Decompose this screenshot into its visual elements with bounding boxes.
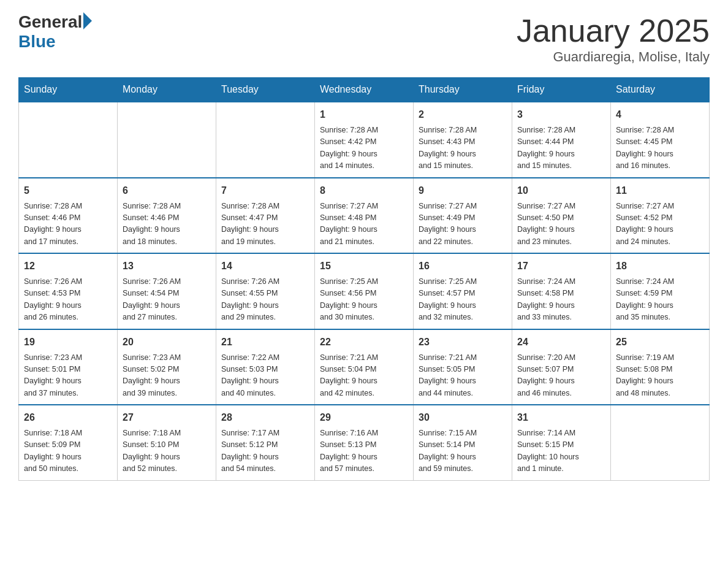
- day-number: 30: [419, 410, 507, 425]
- calendar-week-row: 12Sunrise: 7:26 AM Sunset: 4:53 PM Dayli…: [19, 253, 710, 329]
- calendar-cell: 19Sunrise: 7:23 AM Sunset: 5:01 PM Dayli…: [19, 329, 118, 405]
- day-number: 3: [517, 107, 605, 122]
- day-of-week-header: Thursday: [414, 78, 512, 102]
- calendar-cell: 23Sunrise: 7:21 AM Sunset: 5:05 PM Dayli…: [414, 329, 512, 405]
- day-number: 10: [517, 183, 605, 198]
- day-number: 26: [24, 410, 112, 425]
- day-number: 19: [24, 335, 112, 350]
- day-number: 8: [320, 183, 408, 198]
- calendar-cell: 21Sunrise: 7:22 AM Sunset: 5:03 PM Dayli…: [216, 329, 315, 405]
- calendar-week-row: 5Sunrise: 7:28 AM Sunset: 4:46 PM Daylig…: [19, 178, 710, 254]
- logo-blue-text: Blue: [18, 32, 56, 52]
- logo-general-text: General: [18, 12, 82, 32]
- calendar-cell: 25Sunrise: 7:19 AM Sunset: 5:08 PM Dayli…: [611, 329, 710, 405]
- calendar-cell: 17Sunrise: 7:24 AM Sunset: 4:58 PM Dayli…: [512, 253, 611, 329]
- day-info: Sunrise: 7:23 AM Sunset: 5:02 PM Dayligh…: [123, 352, 211, 400]
- day-number: 21: [221, 335, 309, 350]
- day-number: 14: [221, 259, 309, 274]
- day-info: Sunrise: 7:15 AM Sunset: 5:14 PM Dayligh…: [419, 427, 507, 475]
- calendar-cell: 13Sunrise: 7:26 AM Sunset: 4:54 PM Dayli…: [118, 253, 216, 329]
- day-number: 24: [517, 335, 605, 350]
- day-number: 27: [123, 410, 211, 425]
- day-info: Sunrise: 7:20 AM Sunset: 5:07 PM Dayligh…: [517, 352, 605, 400]
- calendar-cell: 2Sunrise: 7:28 AM Sunset: 4:43 PM Daylig…: [414, 102, 512, 178]
- calendar-cell: 27Sunrise: 7:18 AM Sunset: 5:10 PM Dayli…: [118, 405, 216, 480]
- calendar-cell: 26Sunrise: 7:18 AM Sunset: 5:09 PM Dayli…: [19, 405, 118, 480]
- day-info: Sunrise: 7:26 AM Sunset: 4:54 PM Dayligh…: [123, 276, 211, 324]
- calendar-cell: 12Sunrise: 7:26 AM Sunset: 4:53 PM Dayli…: [19, 253, 118, 329]
- calendar-cell: 30Sunrise: 7:15 AM Sunset: 5:14 PM Dayli…: [414, 405, 512, 480]
- day-number: 28: [221, 410, 309, 425]
- days-of-week-row: SundayMondayTuesdayWednesdayThursdayFrid…: [19, 78, 710, 102]
- day-of-week-header: Sunday: [19, 78, 118, 102]
- calendar-cell: 28Sunrise: 7:17 AM Sunset: 5:12 PM Dayli…: [216, 405, 315, 480]
- calendar-cell: 4Sunrise: 7:28 AM Sunset: 4:45 PM Daylig…: [611, 102, 710, 178]
- day-info: Sunrise: 7:22 AM Sunset: 5:03 PM Dayligh…: [221, 352, 309, 400]
- day-number: 16: [419, 259, 507, 274]
- day-of-week-header: Saturday: [611, 78, 710, 102]
- day-number: 31: [517, 410, 605, 425]
- day-info: Sunrise: 7:21 AM Sunset: 5:04 PM Dayligh…: [320, 352, 408, 400]
- day-of-week-header: Friday: [512, 78, 611, 102]
- day-number: 25: [616, 335, 704, 350]
- day-info: Sunrise: 7:17 AM Sunset: 5:12 PM Dayligh…: [221, 427, 309, 475]
- calendar-body: 1Sunrise: 7:28 AM Sunset: 4:42 PM Daylig…: [19, 102, 710, 480]
- day-number: 18: [616, 259, 704, 274]
- day-info: Sunrise: 7:24 AM Sunset: 4:59 PM Dayligh…: [616, 276, 704, 324]
- day-info: Sunrise: 7:23 AM Sunset: 5:01 PM Dayligh…: [24, 352, 112, 400]
- calendar-header: SundayMondayTuesdayWednesdayThursdayFrid…: [19, 78, 710, 102]
- day-number: 23: [419, 335, 507, 350]
- day-info: Sunrise: 7:28 AM Sunset: 4:44 PM Dayligh…: [517, 124, 605, 172]
- logo: General Blue: [18, 12, 92, 52]
- page-header: General Blue January 2025 Guardiaregia, …: [18, 12, 710, 65]
- title-section: January 2025 Guardiaregia, Molise, Italy: [517, 12, 710, 65]
- day-number: 17: [517, 259, 605, 274]
- day-info: Sunrise: 7:18 AM Sunset: 5:10 PM Dayligh…: [123, 427, 211, 475]
- calendar-cell: 3Sunrise: 7:28 AM Sunset: 4:44 PM Daylig…: [512, 102, 611, 178]
- calendar-cell: 31Sunrise: 7:14 AM Sunset: 5:15 PM Dayli…: [512, 405, 611, 480]
- day-of-week-header: Wednesday: [315, 78, 414, 102]
- calendar-cell: 11Sunrise: 7:27 AM Sunset: 4:52 PM Dayli…: [611, 178, 710, 254]
- day-info: Sunrise: 7:21 AM Sunset: 5:05 PM Dayligh…: [419, 352, 507, 400]
- day-info: Sunrise: 7:27 AM Sunset: 4:52 PM Dayligh…: [616, 201, 704, 248]
- calendar-cell: 29Sunrise: 7:16 AM Sunset: 5:13 PM Dayli…: [315, 405, 414, 480]
- day-info: Sunrise: 7:27 AM Sunset: 4:50 PM Dayligh…: [517, 201, 605, 248]
- day-info: Sunrise: 7:16 AM Sunset: 5:13 PM Dayligh…: [320, 427, 408, 475]
- day-number: 5: [24, 183, 112, 198]
- day-info: Sunrise: 7:25 AM Sunset: 4:57 PM Dayligh…: [419, 276, 507, 324]
- calendar-cell: [611, 405, 710, 480]
- day-info: Sunrise: 7:28 AM Sunset: 4:46 PM Dayligh…: [24, 201, 112, 248]
- day-of-week-header: Tuesday: [216, 78, 315, 102]
- location-label: Guardiaregia, Molise, Italy: [517, 49, 710, 65]
- day-info: Sunrise: 7:25 AM Sunset: 4:56 PM Dayligh…: [320, 276, 408, 324]
- day-number: 2: [419, 107, 507, 122]
- day-of-week-header: Monday: [118, 78, 216, 102]
- logo-arrow-icon: [83, 12, 92, 29]
- calendar-cell: [118, 102, 216, 178]
- day-info: Sunrise: 7:24 AM Sunset: 4:58 PM Dayligh…: [517, 276, 605, 324]
- calendar-cell: 6Sunrise: 7:28 AM Sunset: 4:46 PM Daylig…: [118, 178, 216, 254]
- day-number: 29: [320, 410, 408, 425]
- day-number: 11: [616, 183, 704, 198]
- calendar-cell: 7Sunrise: 7:28 AM Sunset: 4:47 PM Daylig…: [216, 178, 315, 254]
- calendar-table: SundayMondayTuesdayWednesdayThursdayFrid…: [18, 77, 710, 481]
- day-info: Sunrise: 7:28 AM Sunset: 4:47 PM Dayligh…: [221, 201, 309, 248]
- day-info: Sunrise: 7:27 AM Sunset: 4:49 PM Dayligh…: [419, 201, 507, 248]
- day-number: 1: [320, 107, 408, 122]
- calendar-cell: 15Sunrise: 7:25 AM Sunset: 4:56 PM Dayli…: [315, 253, 414, 329]
- calendar-week-row: 1Sunrise: 7:28 AM Sunset: 4:42 PM Daylig…: [19, 102, 710, 178]
- day-number: 20: [123, 335, 211, 350]
- day-info: Sunrise: 7:28 AM Sunset: 4:43 PM Dayligh…: [419, 124, 507, 172]
- month-title: January 2025: [517, 12, 710, 49]
- calendar-cell: [216, 102, 315, 178]
- day-info: Sunrise: 7:28 AM Sunset: 4:42 PM Dayligh…: [320, 124, 408, 172]
- calendar-cell: 9Sunrise: 7:27 AM Sunset: 4:49 PM Daylig…: [414, 178, 512, 254]
- calendar-cell: 10Sunrise: 7:27 AM Sunset: 4:50 PM Dayli…: [512, 178, 611, 254]
- day-info: Sunrise: 7:14 AM Sunset: 5:15 PM Dayligh…: [517, 427, 605, 475]
- calendar-cell: 20Sunrise: 7:23 AM Sunset: 5:02 PM Dayli…: [118, 329, 216, 405]
- day-number: 12: [24, 259, 112, 274]
- day-info: Sunrise: 7:27 AM Sunset: 4:48 PM Dayligh…: [320, 201, 408, 248]
- day-number: 6: [123, 183, 211, 198]
- calendar-cell: 8Sunrise: 7:27 AM Sunset: 4:48 PM Daylig…: [315, 178, 414, 254]
- day-number: 4: [616, 107, 704, 122]
